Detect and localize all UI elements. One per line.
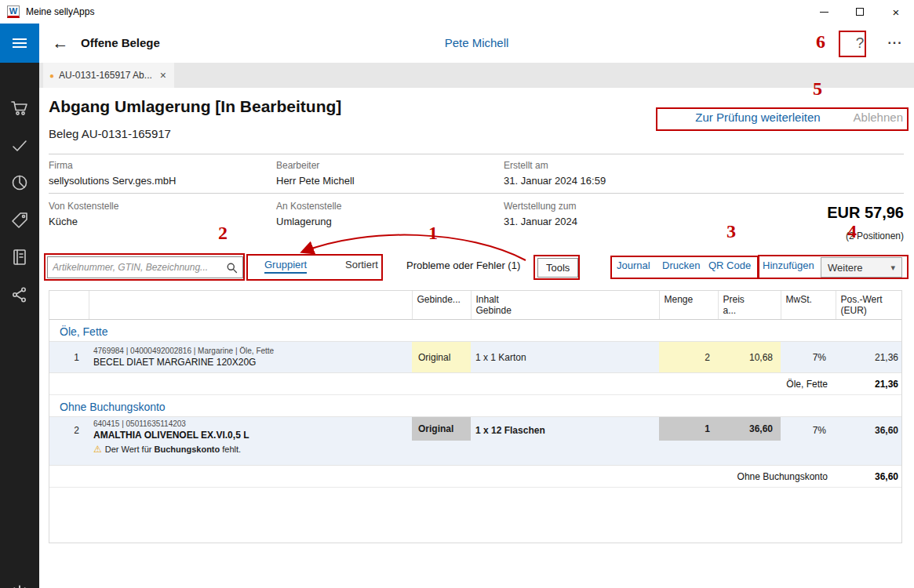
divider — [49, 193, 904, 194]
article-meta: 640415 | 05011635114203 — [93, 419, 407, 428]
sidebar-item-prices[interactable] — [0, 209, 39, 232]
journal-link[interactable]: Journal — [617, 260, 650, 271]
grouped-toggle[interactable]: Gruppiert — [264, 259, 307, 274]
search-icon[interactable] — [226, 262, 238, 274]
col-menge[interactable]: Menge — [659, 291, 718, 320]
tab-bar: ● AU-0131-165917 Ab... × — [39, 63, 914, 88]
meta-value: Küche — [49, 216, 118, 227]
menge-cell[interactable]: 2 — [659, 342, 718, 373]
subtotal-label: Öle, Fette — [49, 373, 836, 395]
tab-label: AU-0131-165917 Ab... — [59, 70, 152, 81]
user-name-wrap: Pete Michell — [39, 36, 914, 50]
add-link[interactable]: Hinzufügen — [763, 260, 814, 271]
menu-button[interactable] — [0, 24, 39, 63]
page-title: Offene Belege — [81, 36, 160, 49]
col-mwst[interactable]: MwSt. — [781, 291, 836, 320]
sidebar-item-reports[interactable] — [0, 171, 39, 194]
col-inhalt[interactable]: InhaltGebinde — [471, 291, 659, 320]
more-dropdown-label: Weitere — [828, 262, 863, 274]
meta-label: An Kostenstelle — [276, 201, 341, 212]
help-button[interactable]: ? — [846, 31, 874, 55]
table-row[interactable]: 2 640415 | 05011635114203 AMALTHIA OLIVE… — [49, 417, 902, 466]
table-row[interactable]: 1 4769984 | 04000492002816 | Margarine |… — [49, 342, 902, 373]
gebinde-cell[interactable]: Original — [412, 417, 471, 466]
subtotal-value: 36,60 — [836, 466, 902, 488]
col-wert[interactable]: Pos.-Wert(EUR) — [836, 291, 902, 320]
meta-firma: Firma sellysolutions Serv.ges.mbH — [49, 160, 176, 187]
article-cell: 4769984 | 04000492002816 | Margarine | Ö… — [89, 342, 412, 373]
print-link[interactable]: Drucken — [662, 260, 700, 271]
chevron-down-icon: ▾ — [890, 263, 895, 273]
app-header: ← Offene Belege Pete Michell ? ··· — [39, 24, 914, 63]
meta-label: Wertstellung zum — [504, 201, 577, 212]
subtotal-value: 21,36 — [836, 373, 902, 395]
window-titlebar: W Meine sellyApps × — [0, 0, 914, 24]
sidebar-item-share[interactable] — [0, 283, 39, 307]
more-dropdown[interactable]: Weitere ▾ — [821, 257, 902, 278]
tab-close-icon[interactable]: × — [158, 69, 168, 82]
group-header-row: Ohne Buchungskonto — [49, 395, 902, 417]
minimize-button[interactable] — [806, 0, 842, 24]
inhalt-cell: 1 x 1 Karton — [471, 342, 659, 373]
sidebar-item-journal[interactable] — [0, 245, 39, 269]
document-number: Beleg AU-0131-165917 — [49, 127, 171, 140]
qr-code-link[interactable]: QR Code — [708, 260, 751, 271]
sidebar — [0, 24, 39, 588]
meta-an-kostenstelle: An Kostenstelle Umlagerung — [276, 201, 341, 227]
sorted-toggle[interactable]: Sortiert — [345, 259, 378, 270]
search-input[interactable] — [48, 262, 226, 273]
back-button[interactable]: ← — [47, 31, 74, 55]
user-name-link[interactable]: Pete Michell — [445, 36, 509, 49]
hamburger-icon — [13, 36, 27, 50]
col-preis[interactable]: Preisa... — [718, 291, 781, 320]
share-network-icon — [10, 285, 29, 304]
subtotal-row: Ohne Buchungskonto 36,60 — [49, 466, 902, 488]
close-icon: × — [893, 5, 900, 19]
sidebar-item-settings[interactable] — [0, 582, 39, 588]
meta-von-kostenstelle: Von Kostenstelle Küche — [49, 201, 118, 227]
more-options-button[interactable]: ··· — [880, 31, 910, 55]
preis-cell[interactable]: 10,68 — [718, 342, 781, 373]
unsaved-dot-icon: ● — [49, 71, 54, 80]
maximize-button[interactable] — [842, 0, 878, 24]
article-name: BECEL DIAET MARGARINE 120X20G — [93, 357, 407, 368]
divider — [49, 154, 904, 154]
meta-value: Umlagerung — [276, 216, 341, 227]
pie-chart-icon — [10, 173, 29, 192]
article-search — [47, 256, 243, 278]
mwst-cell: 7% — [781, 417, 836, 466]
tab-document[interactable]: ● AU-0131-165917 Ab... × — [43, 63, 174, 88]
meta-label: Erstellt am — [504, 160, 606, 171]
sidebar-item-tasks[interactable] — [0, 134, 39, 158]
annotation-number-1: 1 — [428, 223, 438, 244]
table-filler — [49, 488, 902, 543]
tools-button[interactable]: Tools — [537, 258, 578, 278]
reject-button[interactable]: Ablehnen — [854, 111, 903, 124]
meta-label: Von Kostenstelle — [49, 201, 118, 212]
gebinde-cell[interactable]: Original — [412, 342, 471, 373]
check-icon — [10, 136, 29, 155]
app-logo-icon: W — [7, 5, 20, 18]
article-cell: 640415 | 05011635114203 AMALTHIA OLIVENO… — [89, 417, 412, 466]
group-name: Ohne Buchungskonto — [49, 395, 902, 417]
minimize-icon — [820, 12, 828, 13]
tag-icon — [10, 211, 29, 230]
sidebar-item-cart[interactable] — [0, 96, 39, 120]
col-gebinde[interactable]: Gebinde... — [412, 291, 471, 320]
meta-value: sellysolutions Serv.ges.mbH — [49, 175, 176, 187]
warning-icon: ⚠ — [93, 444, 102, 455]
maximize-icon — [856, 8, 864, 16]
close-button[interactable]: × — [878, 0, 914, 24]
preis-cell[interactable]: 36,60 — [718, 417, 781, 466]
forward-review-button[interactable]: Zur Prüfung weiterleiten — [695, 111, 820, 124]
help-icon: ? — [856, 34, 865, 52]
validation-warning: ⚠Der Wert für Buchungskonto fehlt. — [93, 444, 407, 455]
meta-label: Firma — [49, 160, 176, 171]
menge-cell[interactable]: 1 — [659, 417, 718, 466]
wert-cell: 21,36 — [836, 342, 902, 373]
article-meta: 4769984 | 04000492002816 | Margarine | Ö… — [93, 347, 407, 355]
problems-label[interactable]: Probleme oder Fehler (1) — [406, 260, 520, 271]
group-name: Öle, Fette — [49, 320, 902, 342]
meta-label: Bearbeiter — [276, 160, 355, 171]
wert-cell: 36,60 — [836, 417, 902, 466]
